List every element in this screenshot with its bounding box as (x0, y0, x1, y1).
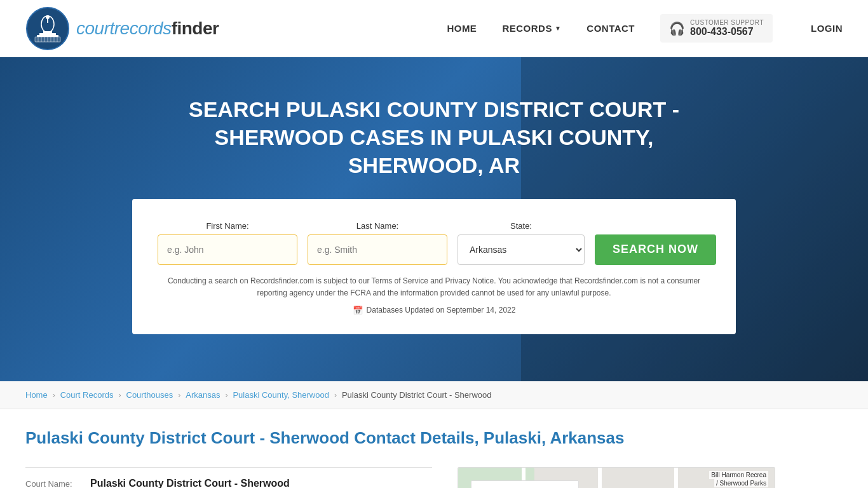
state-label: State: (458, 221, 585, 231)
court-name-value: Pulaski County District Court - Sherwood (90, 478, 290, 488)
search-box: First Name: Last Name: State: Arkansas A… (132, 199, 736, 334)
nav-home[interactable]: HOME (447, 23, 477, 34)
breadcrumb-sep-1: › (53, 391, 55, 400)
logo-icon (25, 6, 70, 51)
main-nav: HOME RECORDS ▼ CONTACT 🎧 CUSTOMER SUPPOR… (447, 14, 843, 43)
first-name-input[interactable] (158, 234, 297, 265)
court-name-label: Court Name: (25, 479, 83, 488)
map-label-1: Bill Harmon Recrea (709, 471, 768, 479)
breadcrumb-sep-4: › (225, 391, 227, 400)
support-label: CUSTOMER SUPPORT (690, 19, 764, 26)
logo-court: court (76, 18, 114, 38)
main-content: Pulaski County District Court - Sherwood… (0, 409, 868, 488)
breadcrumb-court-records[interactable]: Court Records (60, 390, 114, 400)
nav-login[interactable]: LOGIN (811, 23, 843, 34)
map-placeholder: Bill Harmon Recrea / Sherwood Parks ill … (458, 468, 775, 488)
hero-section: SEARCH PULASKI COUNTY DISTRICT COURT - S… (0, 57, 868, 381)
logo-records: records (114, 18, 172, 38)
court-name-row: Court Name: Pulaski County District Cour… (25, 467, 432, 488)
search-button[interactable]: SEARCH NOW (595, 234, 716, 265)
breadcrumb-home[interactable]: Home (25, 390, 48, 400)
disclaimer-text: Conducting a search on Recordsfinder.com… (158, 275, 710, 299)
svg-point-6 (46, 15, 50, 19)
first-name-group: First Name: (158, 221, 297, 265)
breadcrumb-sep-2: › (119, 391, 121, 400)
breadcrumb-sep-5: › (334, 391, 337, 400)
support-text: CUSTOMER SUPPORT 800-433-0567 (690, 19, 764, 37)
map-area: Bill Harmon Recrea / Sherwood Parks ill … (458, 467, 775, 488)
hero-title: SEARCH PULASKI COUNTY DISTRICT COURT - S… (148, 95, 720, 180)
logo-area: courtrecordsfinder (25, 6, 447, 51)
last-name-group: Last Name: (308, 221, 447, 265)
court-info-grid: Court Name: Pulaski County District Cour… (25, 467, 843, 488)
svg-rect-3 (39, 33, 56, 35)
customer-support-area: 🎧 CUSTOMER SUPPORT 800-433-0567 (660, 14, 773, 43)
site-header: courtrecordsfinder HOME RECORDS ▼ CONTAC… (0, 0, 868, 57)
nav-contact[interactable]: CONTACT (587, 23, 635, 34)
last-name-input[interactable] (308, 234, 447, 265)
breadcrumb-arkansas[interactable]: Arkansas (186, 390, 220, 400)
logo-finder: finder (172, 18, 219, 38)
support-phone[interactable]: 800-433-0567 (690, 26, 764, 37)
chevron-down-icon: ▼ (555, 25, 561, 32)
first-name-label: First Name: (158, 221, 297, 231)
logo-text: courtrecordsfinder (76, 18, 219, 39)
last-name-label: Last Name: (308, 221, 447, 231)
state-group: State: Arkansas Alabama Alaska Arizona C… (458, 221, 585, 265)
headphone-icon: 🎧 (669, 21, 685, 36)
map-label-2: / Sherwood Parks (714, 479, 768, 487)
breadcrumb-pulaski-sherwood[interactable]: Pulaski County, Sherwood (233, 390, 329, 400)
state-select[interactable]: Arkansas Alabama Alaska Arizona Californ… (458, 234, 585, 265)
svg-point-0 (27, 8, 69, 50)
map-tooltip: 34°49'59.7"N 92°12'30... View larger map (471, 480, 579, 488)
svg-rect-4 (37, 35, 58, 37)
db-updated: 📅 Databases Updated on September 14, 202… (158, 306, 710, 315)
breadcrumb-current: Pulaski County District Court - Sherwood (342, 390, 492, 400)
breadcrumb: Home › Court Records › Courthouses › Ark… (0, 381, 868, 409)
breadcrumb-sep-3: › (178, 391, 180, 400)
content-title: Pulaski County District Court - Sherwood… (25, 428, 843, 448)
breadcrumb-courthouses[interactable]: Courthouses (126, 390, 173, 400)
nav-records[interactable]: RECORDS ▼ (502, 23, 561, 34)
search-fields: First Name: Last Name: State: Arkansas A… (158, 221, 710, 265)
calendar-icon: 📅 (353, 306, 363, 315)
svg-rect-2 (43, 31, 52, 33)
court-details: Court Name: Pulaski County District Cour… (25, 467, 432, 488)
